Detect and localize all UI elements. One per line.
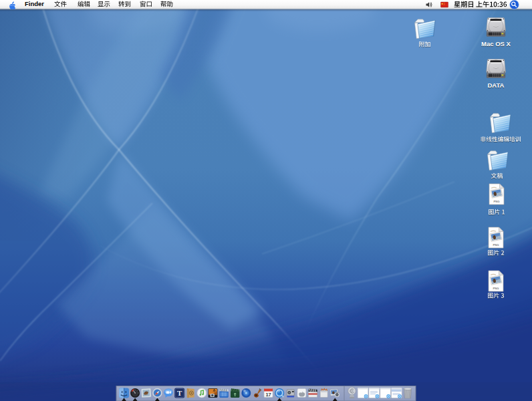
svg-text:Mac OS X: Mac OS X [481,40,511,47]
svg-text:Finder: Finder [25,0,44,7]
svg-text:T: T [177,389,182,397]
svg-text:17: 17 [265,392,271,398]
svg-text:DATA: DATA [488,82,505,89]
